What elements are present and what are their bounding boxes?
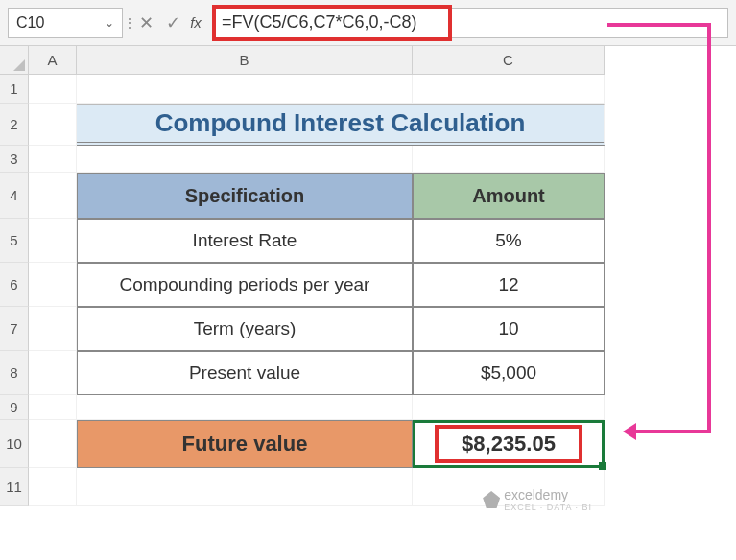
row-header-9[interactable]: 9 [0,395,29,420]
check-icon: ✓ [166,12,180,34]
col-header-B[interactable]: B [77,46,413,75]
name-box-value: C10 [16,14,44,32]
cell-B7[interactable]: Term (years) [77,307,413,351]
cells-area[interactable]: Compound Interest Calculation Specificat… [29,75,736,506]
confirm-formula-button[interactable]: ✓ [159,8,186,38]
cell-C3[interactable] [413,146,605,173]
cell-A10[interactable] [29,420,77,468]
formula-bar: C10 ⌄ ⋮ ✕ ✓ fx =FV(C5/C6,C7*C6,0,-C8) [0,0,736,46]
row-header-11[interactable]: 11 [0,468,29,506]
cell-C8[interactable]: $5,000 [413,351,605,395]
watermark-tagline: EXCEL · DATA · BI [504,502,592,512]
row-headers: 1 2 3 4 5 6 7 8 9 10 11 [0,75,29,506]
row-header-7[interactable]: 7 [0,307,29,351]
name-box[interactable]: C10 ⌄ [8,8,123,38]
close-icon: ✕ [139,12,154,34]
cell-A11[interactable] [29,468,77,506]
spreadsheet-grid: 1 2 3 4 5 6 7 8 9 10 11 A B C [0,46,736,560]
cell-C6[interactable]: 12 [413,263,605,307]
row-header-10[interactable]: 10 [0,420,29,468]
cell-A1[interactable] [29,75,77,104]
cell-B6[interactable]: Compounding periods per year [77,263,413,307]
row-header-5[interactable]: 5 [0,219,29,263]
future-value-label[interactable]: Future value [77,420,413,468]
cell-B1[interactable] [77,75,413,104]
cancel-formula-button[interactable]: ✕ [132,8,159,38]
cell-A8[interactable] [29,351,77,395]
watermark: exceldemy EXCEL · DATA · BI [483,487,592,512]
amount-header[interactable]: Amount [413,173,605,219]
watermark-brand: exceldemy [504,487,568,502]
cell-A5[interactable] [29,219,77,263]
row-header-6[interactable]: 6 [0,263,29,307]
cell-A4[interactable] [29,173,77,219]
title-cell[interactable]: Compound Interest Calculation [77,104,605,146]
cell-C7[interactable]: 10 [413,307,605,351]
cell-A9[interactable] [29,395,77,420]
fx-icon: fx [190,14,202,31]
fill-handle[interactable] [599,462,606,470]
insert-function-button[interactable]: fx [186,8,213,38]
cell-A3[interactable] [29,146,77,173]
cell-C5[interactable]: 5% [413,219,605,263]
cell-B3[interactable] [77,146,413,173]
row-header-4[interactable]: 4 [0,173,29,219]
cell-B5[interactable]: Interest Rate [77,219,413,263]
logo-icon [483,491,500,508]
spec-header[interactable]: Specification [77,173,413,219]
cell-A2[interactable] [29,104,77,146]
chevron-down-icon[interactable]: ⌄ [105,16,114,30]
cell-B11[interactable] [77,468,413,506]
cell-A7[interactable] [29,307,77,351]
col-header-A[interactable]: A [29,46,77,75]
row-header-3[interactable]: 3 [0,146,29,173]
cell-C9[interactable] [413,395,605,420]
row-header-2[interactable]: 2 [0,104,29,146]
formula-text: =FV(C5/C6,C7*C6,0,-C8) [222,12,417,33]
future-value-text: $8,235.05 [462,432,556,456]
col-header-C[interactable]: C [413,46,605,75]
column-headers: A B C [29,46,736,75]
cell-C1[interactable] [413,75,605,104]
cell-B8[interactable]: Present value [77,351,413,395]
cell-B9[interactable] [77,395,413,420]
active-cell-C10[interactable]: $8,235.05 [413,420,605,468]
row-header-1[interactable]: 1 [0,75,29,104]
cell-A6[interactable] [29,263,77,307]
formula-input[interactable]: =FV(C5/C6,C7*C6,0,-C8) [213,8,728,38]
select-all-button[interactable] [0,46,29,75]
divider-icon: ⋮ [123,15,132,31]
row-header-8[interactable]: 8 [0,351,29,395]
